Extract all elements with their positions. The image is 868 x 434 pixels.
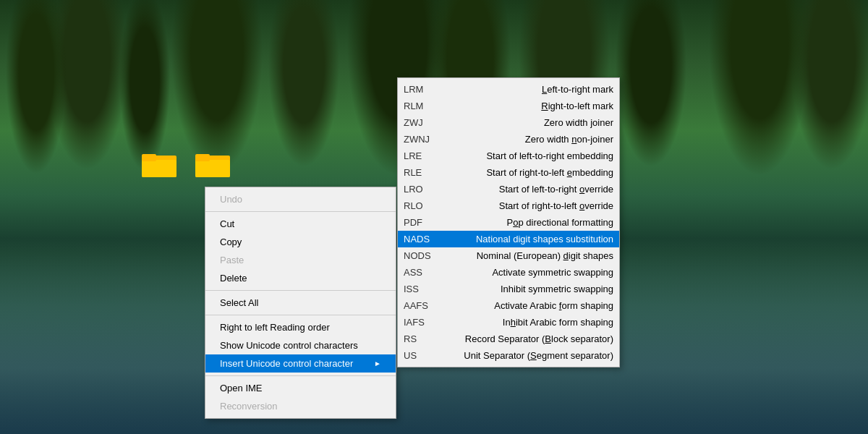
desktop-folder-1[interactable] <box>142 150 176 179</box>
submenu-lre[interactable]: LRE Start of left-to-right embedding <box>398 148 619 164</box>
submenu-code-us: US <box>404 350 438 361</box>
submenu-pdf[interactable]: PDF Pop directional formatting <box>398 214 619 231</box>
submenu-code-rs: RS <box>404 333 438 344</box>
submenu-code-pdf: PDF <box>404 217 438 228</box>
folder-icon-1 <box>142 150 176 179</box>
submenu-code-aafs: AAFS <box>404 300 438 311</box>
context-menu-left: Undo Cut Copy Paste Delete Select All Ri… <box>205 187 396 419</box>
submenu-label-rlm: Right-to-left mark <box>438 101 613 111</box>
menu-item-copy[interactable]: Copy <box>205 233 396 251</box>
submenu-label-lrm: Left-to-right mark <box>438 84 613 95</box>
menu-item-rtl[interactable]: Right to left Reading order <box>205 318 396 336</box>
submenu-code-nads: NADS <box>404 234 438 244</box>
submenu-us[interactable]: US Unit Separator (Segment separator) <box>398 347 619 364</box>
menu-separator-3 <box>205 315 396 315</box>
menu-item-reconversion[interactable]: Reconversion <box>205 397 396 415</box>
menu-item-delete[interactable]: Delete <box>205 269 396 287</box>
submenu-code-rle: RLE <box>404 167 438 178</box>
submenu-label-rlo: Start of right-to-left override <box>438 200 613 211</box>
menu-separator-2 <box>205 290 396 291</box>
submenu-label-nods: Nominal (European) digit shapes <box>438 250 613 261</box>
submenu-label-rs: Record Separator (Block separator) <box>438 333 613 344</box>
menu-item-show-unicode[interactable]: Show Unicode control characters <box>205 336 396 354</box>
submenu-code-ass: ASS <box>404 267 438 278</box>
menu-item-open-ime[interactable]: Open IME <box>205 379 396 397</box>
submenu-code-iss: ISS <box>404 284 438 294</box>
menu-item-cut[interactable]: Cut <box>205 215 396 233</box>
svg-rect-5 <box>195 154 210 161</box>
submenu-label-zwnj: Zero width non-joiner <box>438 134 613 145</box>
submenu-label-zwj: Zero width joiner <box>438 117 613 128</box>
submenu-iss[interactable]: ISS Inhibit symmetric swapping <box>398 281 619 297</box>
submenu-rlo[interactable]: RLO Start of right-to-left override <box>398 197 619 214</box>
desktop-folder-2[interactable] <box>195 150 230 179</box>
submenu-zwnj[interactable]: ZWNJ Zero width non-joiner <box>398 131 619 148</box>
submenu-nads[interactable]: NADS National digit shapes substitution <box>398 231 619 247</box>
insert-unicode-label: Insert Unicode control character <box>220 358 353 369</box>
submenu-label-rle: Start of right-to-left embedding <box>438 167 613 178</box>
menu-item-select-all[interactable]: Select All <box>205 294 396 312</box>
submenu-label-us: Unit Separator (Segment separator) <box>438 350 613 361</box>
submenu-code-lre: LRE <box>404 150 438 161</box>
menu-item-paste[interactable]: Paste <box>205 251 396 269</box>
svg-rect-1 <box>142 160 176 177</box>
svg-rect-4 <box>195 160 230 177</box>
submenu-label-iss: Inhibit symmetric swapping <box>438 284 613 294</box>
submenu-zwj[interactable]: ZWJ Zero width joiner <box>398 114 619 131</box>
submenu-label-pdf: Pop directional formatting <box>438 217 613 228</box>
submenu-code-rlm: RLM <box>404 101 438 111</box>
submenu-rlm[interactable]: RLM Right-to-left mark <box>398 98 619 114</box>
submenu-label-iafs: Inhibit Arabic form shaping <box>438 317 613 328</box>
menu-item-insert-unicode[interactable]: Insert Unicode control character ► <box>205 354 396 373</box>
submenu-label-aafs: Activate Arabic form shaping <box>438 300 613 311</box>
submenu-iafs[interactable]: IAFS Inhibit Arabic form shaping <box>398 314 619 331</box>
submenu-arrow-icon: ► <box>374 359 381 367</box>
submenu-label-ass: Activate symmetric swapping <box>438 267 613 278</box>
submenu-code-zwj: ZWJ <box>404 117 438 128</box>
menu-separator-4 <box>205 375 396 376</box>
submenu-code-lro: LRO <box>404 184 438 195</box>
submenu-code-nods: NODS <box>404 250 438 261</box>
svg-rect-2 <box>142 154 156 161</box>
submenu-lrm[interactable]: LRM Left-to-right mark <box>398 81 619 98</box>
submenu-code-lrm: LRM <box>404 84 438 95</box>
submenu-code-zwnj: ZWNJ <box>404 134 438 145</box>
menu-separator-1 <box>205 211 396 212</box>
menu-item-undo[interactable]: Undo <box>205 190 396 208</box>
submenu-code-iafs: IAFS <box>404 317 438 328</box>
submenu-code-rlo: RLO <box>404 200 438 211</box>
submenu-ass[interactable]: ASS Activate symmetric swapping <box>398 264 619 281</box>
folder-icon-2 <box>195 150 230 179</box>
submenu-lro[interactable]: LRO Start of left-to-right override <box>398 181 619 197</box>
submenu-rle[interactable]: RLE Start of right-to-left embedding <box>398 164 619 181</box>
submenu-rs[interactable]: RS Record Separator (Block separator) <box>398 331 619 347</box>
submenu-label-lro: Start of left-to-right override <box>438 184 613 195</box>
context-menu-right: LRM Left-to-right mark RLM Right-to-left… <box>397 77 620 367</box>
submenu-aafs[interactable]: AAFS Activate Arabic form shaping <box>398 297 619 314</box>
submenu-label-lre: Start of left-to-right embedding <box>438 150 613 161</box>
submenu-nods[interactable]: NODS Nominal (European) digit shapes <box>398 247 619 264</box>
submenu-label-nads: National digit shapes substitution <box>438 234 613 244</box>
